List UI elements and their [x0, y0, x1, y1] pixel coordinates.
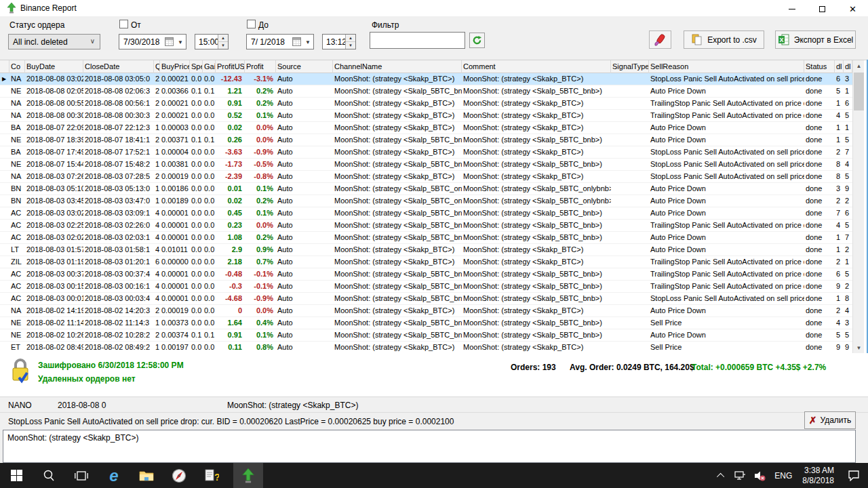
column-header-profit_usd[interactable]: ProfitUS [216, 60, 245, 73]
column-header-co[interactable]: Co [9, 60, 25, 73]
table-row[interactable]: AC2018-08-03 00:012018-08-03 00:03:440.0… [0, 293, 852, 305]
table-row[interactable]: NA2018-08-02 14:192018-08-02 14:20:320.0… [0, 305, 852, 317]
from-checkbox[interactable] [119, 20, 128, 28]
cell-channel: MoonShot: (strategy <Skakp_BTC>) [333, 256, 462, 268]
spinner-arrows[interactable]: ▲▼ [218, 35, 228, 49]
to-date-picker[interactable]: 7/ 1/2018 ▼ [246, 34, 314, 49]
export-csv-button[interactable]: Export to .csv [684, 30, 764, 49]
cell-buy_date: 2018-08-07 15:44 [25, 159, 83, 171]
column-header-source[interactable]: Source [276, 60, 333, 73]
table-row[interactable]: NA2018-08-03 07:262018-08-03 07:28:520.0… [0, 171, 852, 183]
table-row[interactable]: BN2018-08-03 05:102018-08-03 05:13:010.0… [0, 183, 852, 195]
column-header-q[interactable]: Q [154, 60, 160, 73]
table-row[interactable]: AC2018-08-03 00:372018-08-03 00:37:440.0… [0, 268, 852, 281]
column-header-sell_reason[interactable]: SellReason [649, 60, 804, 73]
clock[interactable]: 3:38 AM 8/8/2018 [797, 463, 840, 488]
column-header-buy_date[interactable]: BuyDate [25, 60, 83, 73]
refresh-button[interactable] [469, 33, 485, 48]
binance-report-taskbar-button[interactable] [233, 463, 263, 488]
column-header-marker[interactable] [0, 60, 9, 73]
spin-down-icon[interactable]: ▼ [346, 42, 355, 49]
to-checkbox[interactable] [247, 20, 256, 28]
help-app-button[interactable]: ? [197, 463, 226, 488]
cell-sell_reason: Auto Price Down [649, 195, 804, 207]
delete-order-button[interactable]: ✗ Удалить [804, 411, 856, 429]
scrollbar-thumb[interactable] [854, 73, 864, 110]
file-explorer-button[interactable] [132, 463, 161, 488]
table-row[interactable]: NE2018-08-02 11:142018-08-02 11:14:310.0… [0, 317, 852, 329]
scroll-down-icon[interactable]: ▼ [853, 342, 865, 354]
task-view-button[interactable] [66, 463, 96, 488]
filter-input[interactable] [370, 32, 465, 49]
cell-d1: 8 [835, 159, 844, 171]
table-row[interactable]: ▶NA2018-08-08 03:022018-08-08 03:05:020.… [0, 73, 852, 85]
antivirus-app-button[interactable] [164, 463, 194, 488]
cell-d1: 1 [835, 134, 844, 146]
cell-profit_pct: 0.2% [245, 195, 276, 207]
spinner-arrows[interactable]: ▲▼ [345, 35, 355, 49]
table-row[interactable]: NE2018-08-07 18:392018-08-07 18:41:120.0… [0, 134, 852, 146]
column-header-channel[interactable]: ChannelName [333, 60, 462, 73]
volume-tray-button[interactable] [749, 463, 770, 488]
cell-source: Auto [276, 305, 333, 317]
column-header-d1[interactable]: dl [835, 60, 844, 73]
cell-sell_reason: Auto Price Down [649, 207, 804, 220]
cell-buy_date: 2018-08-08 00:55 [25, 98, 83, 110]
table-row[interactable]: ET2018-08-02 08:492018-08-02 08:49:210.0… [0, 342, 852, 354]
cell-gai: 0.0 [203, 146, 216, 159]
column-header-spe[interactable]: Spe [190, 60, 203, 73]
close-button[interactable]: ✕ [837, 0, 868, 18]
cell-marker [0, 268, 9, 281]
column-header-buy_price[interactable]: BuyPrice [160, 60, 190, 73]
order-note-textarea[interactable]: MoonShot: (strategy <Skakp_BTC>) [3, 430, 856, 463]
spin-up-icon[interactable]: ▲ [218, 35, 228, 42]
column-header-gai[interactable]: Gai [203, 60, 216, 73]
tray-chevron-up-button[interactable] [713, 463, 730, 488]
action-center-button[interactable] [840, 463, 868, 488]
table-row[interactable]: BA2018-08-07 17:492018-08-07 17:52:110.0… [0, 146, 852, 159]
clear-filter-button[interactable] [649, 30, 671, 49]
column-header-comment[interactable]: Comment [462, 60, 611, 73]
cell-status: done [804, 305, 835, 317]
column-header-close_date[interactable]: CloseDate [83, 60, 154, 73]
table-row[interactable]: LT2018-08-03 01:572018-08-03 01:58:140.0… [0, 244, 852, 256]
table-row[interactable]: NE2018-08-08 02:052018-08-08 02:06:320.0… [0, 85, 852, 98]
table-row[interactable]: BN2018-08-03 03:452018-08-03 03:47:010.0… [0, 195, 852, 207]
cell-close_date: 2018-08-03 00:16:1 [83, 281, 154, 293]
cell-channel: MoonShot: (strategy <Skakp_BTC>) [333, 110, 462, 122]
order-status-dropdown[interactable]: All incl. deleted ∨ [8, 34, 100, 49]
from-date-picker[interactable]: 7/30/2018 ▼ [119, 34, 186, 49]
scroll-up-icon[interactable]: ▲ [853, 60, 865, 72]
from-time-spinner[interactable]: 15:00 ▲▼ [195, 34, 229, 49]
table-row[interactable]: AC2018-08-03 02:022018-08-03 02:03:140.0… [0, 232, 852, 244]
table-row[interactable]: ZIL2018-08-03 01:192018-08-03 01:20:160.… [0, 256, 852, 268]
export-excel-button[interactable]: X Экспорт в Excel [775, 30, 856, 49]
column-header-status[interactable]: Status [804, 60, 835, 73]
language-indicator[interactable]: ENG [770, 463, 797, 488]
column-header-profit_pct[interactable]: Profit [245, 60, 276, 73]
cell-d2: 9 [844, 183, 852, 195]
spin-up-icon[interactable]: ▲ [346, 35, 355, 42]
table-row[interactable]: NE2018-08-02 10:262018-08-02 10:28:220.0… [0, 329, 852, 342]
cell-channel: MoonShot: (strategy <Skalp_5BTC_bnb>) [333, 281, 462, 293]
spin-down-icon[interactable]: ▼ [218, 42, 228, 49]
maximize-button[interactable] [807, 0, 837, 18]
table-row[interactable]: AC2018-08-03 02:252018-08-03 02:26:040.0… [0, 220, 852, 232]
table-row[interactable]: AC2018-08-03 00:152018-08-03 00:16:140.0… [0, 281, 852, 293]
table-row[interactable]: NA2018-08-08 00:552018-08-08 00:56:120.0… [0, 98, 852, 110]
cell-profit_usd: 0 [216, 305, 245, 317]
taskbar-search-button[interactable] [34, 463, 64, 488]
network-tray-button[interactable] [730, 463, 749, 488]
cell-marker [0, 220, 9, 232]
table-row[interactable]: NA2018-08-08 00:302018-08-08 00:30:320.0… [0, 110, 852, 122]
column-header-d2[interactable]: dl [844, 60, 852, 73]
to-time-spinner[interactable]: 13:12 ▲▼ [322, 34, 356, 49]
table-row[interactable]: NE2018-08-07 15:442018-08-07 15:48:210.0… [0, 159, 852, 171]
column-header-signal[interactable]: SignalType [611, 60, 649, 73]
minimize-button[interactable] [776, 0, 807, 18]
table-row[interactable]: AC2018-08-03 03:022018-08-03 03:09:140.0… [0, 207, 852, 220]
table-row[interactable]: BA2018-08-07 22:092018-08-07 22:12:310.0… [0, 122, 852, 134]
internet-explorer-button[interactable]: e [99, 463, 129, 488]
start-button[interactable] [1, 463, 31, 488]
vertical-scrollbar[interactable]: ▲ ▼ [852, 60, 864, 354]
